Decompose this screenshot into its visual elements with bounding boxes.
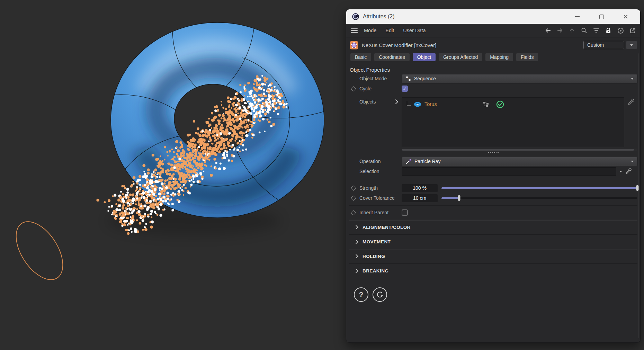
attributes-content: NeXus Cover Modifier [nxCover] Custom Ba… (346, 37, 640, 342)
preset-select[interactable]: Custom (583, 41, 624, 49)
chevron-right-icon (354, 225, 358, 230)
attribute-tabs: Basic Coordinates Object Groups Affected… (350, 53, 637, 61)
selection-eyedropper-icon[interactable] (625, 168, 632, 174)
tab-groups-affected[interactable]: Groups Affected (439, 53, 482, 61)
cover-tolerance-value-field[interactable]: 10 cm (402, 194, 438, 202)
object-mode-label: Object Mode (359, 76, 387, 81)
strength-label: Strength (359, 185, 378, 191)
close-button[interactable] (619, 11, 633, 22)
divider (349, 205, 637, 206)
keyframe-diamond-icon[interactable] (351, 185, 356, 191)
cycle-checkbox[interactable] (402, 86, 408, 92)
operation-dropdown[interactable]: Particle Ray (402, 157, 637, 166)
object-list-item[interactable]: Torus (402, 98, 624, 109)
torus-object-icon (414, 102, 421, 107)
forward-arrow-icon[interactable] (556, 27, 563, 34)
tab-mapping[interactable]: Mapping (485, 53, 513, 61)
chevron-down-icon (631, 78, 634, 80)
keyframe-diamond-icon[interactable] (351, 210, 356, 215)
scrollbar-gutter[interactable] (638, 53, 639, 338)
cycle-label: Cycle (359, 86, 372, 91)
attributes-panel: Attributes (2) Mode Edit User Data (346, 9, 641, 343)
strength-value-field[interactable]: 100 % (402, 184, 438, 192)
application-window: Attributes (2) Mode Edit User Data (0, 0, 644, 350)
chevron-right-icon (354, 254, 358, 259)
back-arrow-icon[interactable] (544, 27, 551, 34)
preset-dropdown-button[interactable] (626, 41, 637, 49)
operation-value: Particle Ray (414, 159, 440, 164)
hamburger-menu-icon[interactable] (351, 28, 358, 33)
section-movement[interactable]: MOVEMENT (349, 235, 637, 249)
object-properties-title: Object Properties (350, 67, 640, 73)
tab-fields[interactable]: Fields (516, 53, 538, 61)
reset-button[interactable] (373, 287, 387, 302)
maximize-button[interactable] (594, 11, 608, 22)
sequence-icon (405, 76, 411, 81)
hierarchy-icon[interactable] (483, 101, 490, 107)
cover-tolerance-label: Cover Tolerance (359, 195, 395, 201)
open-external-icon[interactable] (629, 27, 636, 34)
enabled-check-icon[interactable] (496, 100, 504, 108)
object-header-name: NeXus Cover Modifier [nxCover] (362, 42, 436, 48)
object-item-name: Torus (424, 101, 483, 107)
panel-menubar: Mode Edit User Data (346, 24, 640, 37)
objects-list-hscrollbar[interactable] (402, 149, 637, 151)
search-icon[interactable] (581, 27, 588, 34)
selection-label: Selection (359, 169, 379, 174)
objects-expander-icon[interactable] (393, 99, 398, 104)
chevron-right-icon (354, 269, 358, 273)
window-titlebar[interactable]: Attributes (2) (346, 9, 640, 24)
particle-ray-icon (405, 159, 411, 164)
help-button[interactable]: ? (354, 287, 368, 302)
lock-icon[interactable] (605, 27, 612, 34)
cinema4d-app-icon (352, 13, 359, 20)
cover-tolerance-slider[interactable] (441, 195, 637, 201)
selection-dropdown-icon[interactable] (619, 171, 622, 172)
objects-list[interactable]: Torus (402, 97, 624, 147)
selection-input[interactable] (402, 167, 616, 176)
minimize-button[interactable] (570, 11, 584, 22)
target-mode-icon[interactable] (617, 27, 624, 34)
section-breaking[interactable]: BREAKING (349, 264, 637, 278)
inherit-parent-label: Inherit Parent (359, 210, 388, 215)
section-alignment-color[interactable]: ALIGNMENT/COLOR (349, 220, 637, 235)
tree-branch-icon (407, 101, 411, 106)
window-title: Attributes (2) (363, 14, 395, 20)
menu-edit[interactable]: Edit (385, 28, 394, 33)
chevron-down-icon (630, 44, 633, 46)
list-resize-grip[interactable] (346, 152, 640, 153)
objects-label: Objects (359, 99, 376, 105)
strength-slider-handle[interactable] (636, 185, 639, 191)
tab-object[interactable]: Object (413, 53, 436, 61)
menu-mode[interactable]: Mode (364, 28, 376, 33)
section-holding[interactable]: HOLDING (349, 249, 637, 264)
filter-icon[interactable] (593, 27, 600, 34)
keyframe-diamond-icon[interactable] (351, 86, 356, 91)
eyedropper-pick-icon[interactable] (628, 99, 634, 105)
up-arrow-icon[interactable] (569, 27, 575, 34)
keyframe-diamond-icon[interactable] (351, 195, 356, 201)
object-mode-value: Sequence (414, 76, 436, 81)
menu-user-data[interactable]: User Data (403, 28, 426, 33)
circle-spline[interactable] (7, 214, 72, 288)
inherit-parent-checkbox[interactable] (402, 209, 408, 216)
nexus-modifier-icon (350, 41, 358, 50)
object-mode-dropdown[interactable]: Sequence (402, 74, 637, 83)
chevron-right-icon (354, 240, 358, 244)
tab-basic[interactable]: Basic (350, 53, 371, 61)
tab-coordinates[interactable]: Coordinates (374, 53, 410, 61)
cover-tolerance-slider-handle[interactable] (458, 195, 460, 201)
reset-arrow-icon (376, 291, 384, 298)
operation-label: Operation (359, 159, 381, 164)
strength-slider[interactable] (441, 185, 637, 191)
chevron-down-icon (631, 161, 634, 162)
